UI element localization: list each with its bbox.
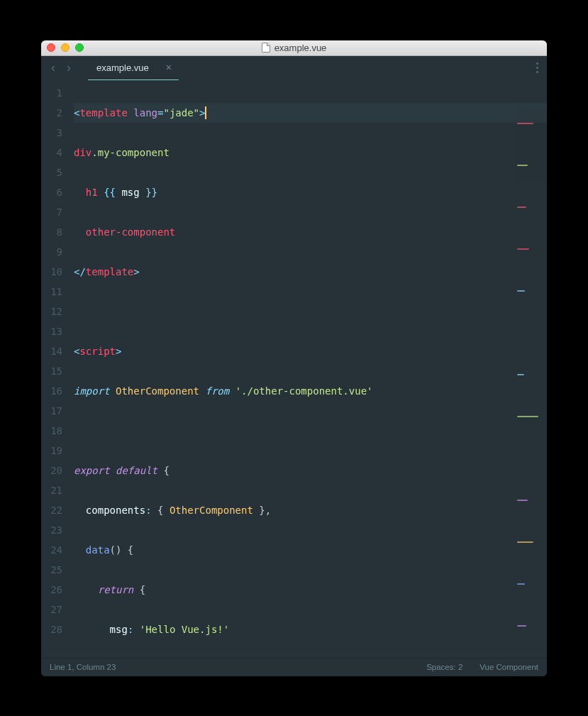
cursor-position[interactable]: Line 1, Column 23 [50,663,116,671]
minimize-window-button[interactable] [61,43,70,52]
tab-label: example.vue [96,62,149,73]
code-line: msg: 'Hello Vue.js!' [74,619,547,639]
zoom-window-button[interactable] [75,43,84,52]
file-icon [262,43,270,53]
window-title-text: example.vue [274,43,327,53]
indent-setting[interactable]: Spaces: 2 [426,663,462,671]
titlebar: example.vue [41,40,547,56]
close-window-button[interactable] [47,43,55,52]
code-line: h1 {{ msg }} [74,182,547,202]
status-bar: Line 1, Column 23 Spaces: 2 Vue Componen… [41,658,547,676]
tab-overflow-menu-icon[interactable] [536,62,538,73]
tab-close-icon[interactable]: × [166,62,172,73]
nav-forward-button[interactable]: › [62,60,75,75]
code-line: <template lang="jade"> [74,103,547,123]
code-line: div.my-component [74,143,547,163]
editor-area[interactable]: 1234567891011121314151617181920212223242… [41,80,547,658]
code-line: </template> [74,262,547,282]
code-line [74,302,547,321]
window-controls [47,43,84,52]
text-cursor [205,106,206,119]
nav-back-button[interactable]: ‹ [47,60,60,75]
code-line: import OtherComponent from './other-comp… [74,381,547,401]
editor-window: example.vue ‹ › example.vue × 1234567891… [41,40,547,676]
code-line: components: { OtherComponent }, [74,500,547,520]
tab-example-vue[interactable]: example.vue × [88,56,179,80]
code-line: <script> [74,341,547,361]
syntax-mode[interactable]: Vue Component [479,663,538,671]
code-line: export default { [74,461,547,480]
tab-bar: ‹ › example.vue × [41,56,547,80]
line-number-gutter: 1234567891011121314151617181920212223242… [41,80,70,658]
code-line: return { [74,580,547,600]
code-line: other-component [74,222,547,242]
code-line: data() { [74,540,547,560]
window-title: example.vue [41,43,547,53]
code-line [74,421,547,441]
code-content[interactable]: <template lang="jade"> div.my-component … [70,80,547,658]
